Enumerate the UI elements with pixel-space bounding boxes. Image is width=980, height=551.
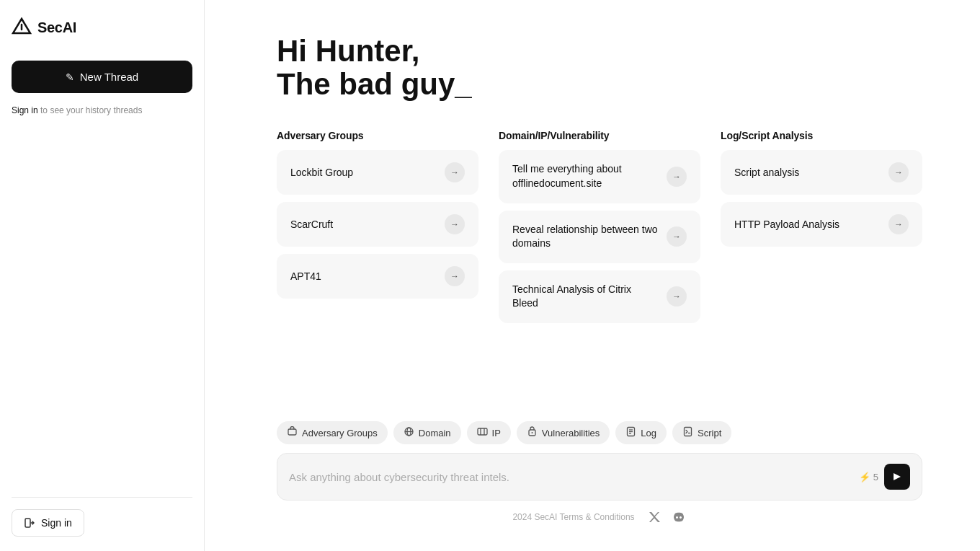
svg-rect-2 xyxy=(25,519,30,527)
vulnerabilities-icon xyxy=(527,426,538,439)
card-citrix-bleed-text: Technical Analysis of Citrix Bleed xyxy=(512,283,658,311)
twitter-icon xyxy=(648,511,661,524)
svg-rect-7 xyxy=(478,428,487,435)
new-thread-button[interactable]: ✎ New Thread xyxy=(12,61,192,93)
secai-logo-icon xyxy=(12,17,32,38)
card-http-payload-arrow: → xyxy=(888,214,909,234)
token-count: 5 xyxy=(873,472,878,482)
card-citrix-bleed-arrow: → xyxy=(667,286,687,307)
discord-icon xyxy=(672,510,686,524)
card-citrix-bleed[interactable]: Technical Analysis of Citrix Bleed → xyxy=(499,270,700,323)
ip-icon xyxy=(477,426,488,439)
logo-text: SecAI xyxy=(37,19,76,36)
card-apt41[interactable]: APT41 → xyxy=(277,254,478,299)
bottom-area: Adversary Groups Domain IP Vulnerabiliti… xyxy=(205,421,980,551)
filter-tab-log[interactable]: Log xyxy=(615,421,667,444)
card-apt41-arrow: → xyxy=(445,266,465,286)
filter-tab-vulnerabilities[interactable]: Vulnerabilities xyxy=(517,421,610,444)
adversary-icon xyxy=(287,426,298,439)
cards-grid: Adversary Groups Lockbit Group → ScarCru… xyxy=(277,130,922,330)
column-adversary-groups: Adversary Groups Lockbit Group → ScarCru… xyxy=(277,130,478,330)
filter-script-label: Script xyxy=(698,428,721,438)
script-icon xyxy=(682,426,693,439)
new-thread-label: New Thread xyxy=(80,71,138,83)
card-http-payload[interactable]: HTTP Payload Analysis → xyxy=(721,202,922,247)
logo-area: SecAI xyxy=(12,14,192,40)
card-script-analysis-text: Script analysis xyxy=(734,166,880,180)
filter-tab-adversary[interactable]: Adversary Groups xyxy=(277,421,388,444)
card-two-domains-arrow: → xyxy=(667,226,687,247)
sign-in-btn-label: Sign in xyxy=(41,517,72,529)
card-scarcruft-text: ScarCruft xyxy=(290,218,436,232)
filter-ip-label: IP xyxy=(492,428,501,438)
card-two-domains[interactable]: Reveal relationship between two domains … xyxy=(499,211,700,263)
send-icon xyxy=(891,471,903,482)
chat-input[interactable] xyxy=(289,471,853,483)
footer-social xyxy=(646,509,687,525)
filter-tabs: Adversary Groups Domain IP Vulnerabiliti… xyxy=(277,421,922,444)
log-icon xyxy=(625,426,636,439)
sidebar-bottom: Sign in xyxy=(12,497,192,537)
card-scarcruft[interactable]: ScarCruft → xyxy=(277,202,478,247)
domain-icon xyxy=(404,426,414,439)
column-log-script: Log/Script Analysis Script analysis → HT… xyxy=(721,130,922,330)
card-script-analysis-arrow: → xyxy=(888,162,909,182)
footer: 2024 SecAI Terms & Conditions xyxy=(277,501,922,537)
filter-adversary-label: Adversary Groups xyxy=(302,428,378,438)
filter-tab-script[interactable]: Script xyxy=(672,421,731,444)
filter-domain-label: Domain xyxy=(419,428,451,438)
sign-in-icon xyxy=(24,517,35,529)
svg-point-11 xyxy=(531,432,533,433)
sidebar: SecAI ✎ New Thread Sign in to see your h… xyxy=(0,0,205,551)
greeting-line1: Hi Hunter, xyxy=(277,35,922,68)
card-offlinedoc[interactable]: Tell me everything about offlinedocument… xyxy=(499,150,700,203)
card-scarcruft-arrow: → xyxy=(445,214,465,234)
discord-link[interactable] xyxy=(671,509,687,525)
main-area: Hi Hunter, The bad guy_ Adversary Groups… xyxy=(205,0,980,551)
column-domain-ip: Domain/IP/Vulnerability Tell me everythi… xyxy=(499,130,700,330)
filter-tab-domain[interactable]: Domain xyxy=(393,421,461,444)
card-offlinedoc-text: Tell me everything about offlinedocument… xyxy=(512,162,658,190)
filter-log-label: Log xyxy=(641,428,656,438)
card-script-analysis[interactable]: Script analysis → xyxy=(721,150,922,195)
twitter-link[interactable] xyxy=(646,509,662,525)
lightning-icon: ⚡ xyxy=(859,472,870,482)
sign-in-hint-text: Sign in to see your history threads xyxy=(12,105,192,117)
card-lockbit-text: Lockbit Group xyxy=(290,166,436,180)
greeting-section: Hi Hunter, The bad guy_ xyxy=(277,35,922,101)
edit-icon: ✎ xyxy=(66,71,74,83)
filter-tab-ip[interactable]: IP xyxy=(467,421,511,444)
card-lockbit-arrow: → xyxy=(445,162,465,182)
sign-in-link[interactable]: Sign in xyxy=(12,105,38,115)
send-button[interactable] xyxy=(884,464,910,490)
footer-copyright: 2024 SecAI Terms & Conditions xyxy=(512,512,634,522)
card-http-payload-text: HTTP Payload Analysis xyxy=(734,218,880,232)
card-two-domains-text: Reveal relationship between two domains xyxy=(512,223,658,251)
card-lockbit[interactable]: Lockbit Group → xyxy=(277,150,478,195)
sign-in-button[interactable]: Sign in xyxy=(12,509,84,537)
svg-rect-3 xyxy=(288,429,296,435)
filter-vuln-label: Vulnerabilities xyxy=(542,428,600,438)
card-apt41-text: APT41 xyxy=(290,270,436,284)
greeting-line2: The bad guy_ xyxy=(277,68,922,101)
chat-input-row: ⚡ 5 xyxy=(277,453,922,501)
column-title-adversary: Adversary Groups xyxy=(277,130,478,141)
token-badge: ⚡ 5 xyxy=(859,472,878,482)
main-content: Hi Hunter, The bad guy_ Adversary Groups… xyxy=(205,0,980,421)
column-title-log: Log/Script Analysis xyxy=(721,130,922,141)
column-title-domain: Domain/IP/Vulnerability xyxy=(499,130,700,141)
card-offlinedoc-arrow: → xyxy=(667,167,687,187)
